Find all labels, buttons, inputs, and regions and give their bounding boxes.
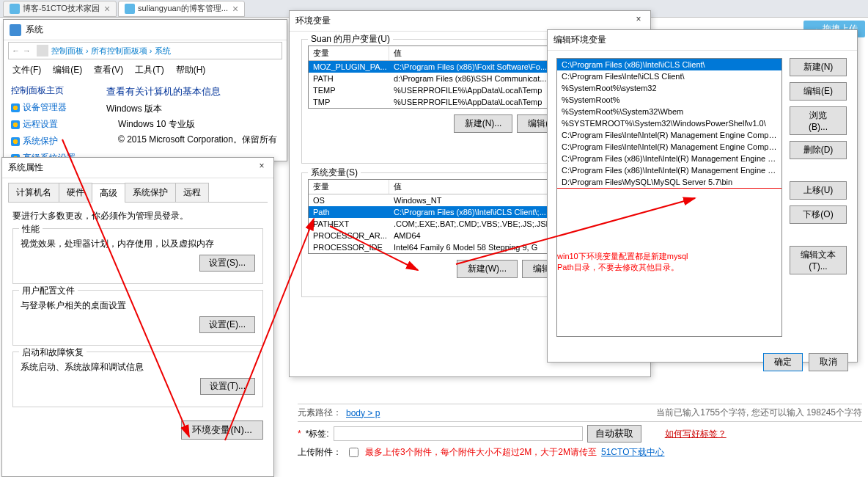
admin-note: 要进行大多数更改，你必须作为管理员登录。	[12, 210, 263, 222]
new-user-var-button[interactable]: 新建(N)...	[454, 114, 513, 133]
page-heading: 查看有关计算机的基本信息	[106, 85, 279, 98]
list-item[interactable]: %SYSTEMROOT%\System32\WindowsPowerShell\…	[557, 117, 781, 129]
menu-edit[interactable]: 编辑(E)	[48, 62, 87, 78]
tab-protection[interactable]: 系统保护	[125, 183, 176, 202]
fwd-icon[interactable]: →	[23, 46, 31, 55]
move-down-button[interactable]: 下移(O)	[790, 205, 847, 224]
startup-desc: 系统启动、系统故障和调试信息	[21, 361, 255, 374]
tab-hardware[interactable]: 硬件	[59, 183, 92, 202]
edit-env-var-dialog: 编辑环境变量 C:\Program Files (x86)\Intel\iCLS…	[547, 29, 858, 363]
menu-view[interactable]: 查看(V)	[89, 62, 128, 78]
breadcrumb[interactable]: 控制面板 › 所有控制面板项 › 系统	[51, 45, 171, 57]
col-var[interactable]: 变量	[309, 180, 389, 194]
dialog-title: 系统属性	[8, 161, 43, 174]
browser-tab-2[interactable]: suliangyuan的博客管理... ×	[118, 1, 245, 17]
browser-tab-1[interactable]: 博客-51CTO技术家园 ×	[3, 1, 117, 17]
el-path-value[interactable]: body > p	[346, 408, 380, 418]
tag-label: *标签:	[306, 428, 329, 440]
new-sys-var-button[interactable]: 新建(W)...	[457, 260, 518, 278]
back-icon[interactable]: ←	[12, 46, 20, 55]
list-item[interactable]: D:\Program Files\MySQL\MySQL Server 5.7\…	[557, 176, 781, 189]
copyright: © 2015 Microsoft Corporation。保留所有	[118, 134, 279, 146]
auto-tag-button[interactable]: 自动获取	[587, 425, 641, 443]
menu-file[interactable]: 文件(F)	[8, 62, 45, 78]
tab-label: 博客-51CTO技术家园	[23, 3, 100, 14]
tab-label: suliangyuan的博客管理...	[138, 3, 228, 14]
menu-tools[interactable]: 工具(T)	[130, 62, 168, 78]
startup-title: 启动和故障恢复	[19, 346, 87, 359]
computer-icon	[37, 45, 48, 57]
dialog-title: 编辑环境变量	[553, 34, 606, 46]
site-icon	[125, 4, 135, 14]
system-properties-dialog: 系统属性 × 计算机名 硬件 高级 系统保护 远程 要进行大多数更改，你必须作为…	[1, 157, 274, 477]
list-item[interactable]: C:\Program Files (x86)\Intel\Intel(R) Ma…	[557, 153, 781, 164]
site-icon	[10, 4, 20, 14]
userprof-title: 用户配置文件	[19, 285, 78, 297]
download-center-link[interactable]: 51CTO下载中心	[601, 446, 664, 459]
attach-note: 最多上传3个附件，每个附件大小不超过2M，大于2M请传至	[365, 446, 597, 459]
winver-label: Windows 版本	[106, 103, 279, 115]
char-count: 当前已输入1755个字符, 您还可以输入 198245个字符	[656, 407, 862, 419]
tab-computer-name[interactable]: 计算机名	[8, 183, 59, 202]
edit-text-button[interactable]: 编辑文本(T)...	[790, 246, 847, 274]
window-title: 系统	[26, 23, 43, 36]
edit-button[interactable]: 编辑(E)	[790, 82, 847, 101]
el-path-label: 元素路径：	[298, 407, 342, 419]
perf-title: 性能	[19, 223, 43, 236]
dialog-title: 环境变量	[295, 15, 331, 27]
perf-desc: 视觉效果，处理器计划，内存使用，以及虚拟内存	[21, 238, 255, 250]
list-item[interactable]: C:\Program Files (x86)\Intel\Intel(R) Ma…	[557, 164, 781, 176]
list-item[interactable]: C:\Program Files\Intel\iCLS Client\	[557, 70, 781, 82]
shield-icon	[11, 120, 20, 129]
sidebar-protection[interactable]: 系统保护	[11, 133, 92, 150]
attach-checkbox[interactable]	[349, 448, 358, 457]
list-item[interactable]: %SystemRoot%\System32\Wbem	[557, 106, 781, 117]
path-list[interactable]: C:\Program Files (x86)\Intel\iCLS Client…	[556, 58, 782, 337]
userprof-settings-button[interactable]: 设置(E)...	[199, 316, 255, 333]
tag-input[interactable]	[334, 426, 583, 441]
userprof-desc: 与登录帐户相关的桌面设置	[21, 299, 255, 312]
menu-help[interactable]: 帮助(H)	[172, 62, 210, 78]
sys-vars-label: 系统变量(S)	[308, 167, 361, 179]
close-icon[interactable]: ×	[232, 3, 238, 15]
close-icon[interactable]: ×	[627, 11, 650, 27]
system-icon	[10, 24, 21, 36]
annotation-note: win10下环境变量配置都是新建mysql Path目录，不要去修改其他目录。	[557, 251, 688, 274]
list-item[interactable]: C:\Program Files\Intel\Intel(R) Manageme…	[557, 129, 781, 141]
ok-button[interactable]: 确定	[763, 353, 803, 371]
perf-settings-button[interactable]: 设置(S)...	[199, 255, 255, 272]
shield-icon	[11, 103, 20, 112]
list-item[interactable]: %SystemRoot%\system32	[557, 82, 781, 94]
tab-advanced[interactable]: 高级	[92, 183, 125, 203]
user-vars-label: Suan 的用户变量(U)	[308, 33, 393, 45]
close-icon[interactable]: ×	[104, 3, 110, 15]
move-up-button[interactable]: 上移(U)	[790, 181, 847, 200]
how-to-tag-link[interactable]: 如何写好标签？	[665, 428, 727, 440]
winver-value: Windows 10 专业版	[118, 118, 279, 131]
col-var[interactable]: 变量	[309, 46, 389, 60]
startup-settings-button[interactable]: 设置(T)...	[200, 378, 255, 395]
tab-remote[interactable]: 远程	[175, 183, 209, 202]
delete-button[interactable]: 删除(D)	[790, 141, 847, 159]
new-button[interactable]: 新建(N)	[790, 58, 847, 76]
browse-button[interactable]: 浏览(B)...	[790, 106, 847, 135]
env-vars-button[interactable]: 环境变量(N)...	[181, 420, 263, 440]
list-item[interactable]: C:\Program Files (x86)\Intel\iCLS Client…	[557, 59, 781, 70]
sidebar-device-mgr[interactable]: 设备管理器	[11, 99, 92, 116]
editor-footer: 元素路径： body > p 当前已输入1755个字符, 您还可以输入 1982…	[292, 398, 868, 477]
shield-icon	[11, 137, 20, 146]
system-window: 系统 ← → 控制面板 › 所有控制面板项 › 系统 文件(F) 编辑(E) 查…	[3, 19, 287, 161]
list-item[interactable]: C:\Program Files\Intel\Intel(R) Manageme…	[557, 141, 781, 153]
sidebar-remote[interactable]: 远程设置	[11, 116, 92, 133]
close-icon[interactable]: ×	[250, 158, 273, 174]
list-item[interactable]: %SystemRoot%	[557, 94, 781, 106]
cancel-button[interactable]: 取消	[809, 353, 848, 371]
address-bar[interactable]: ← → 控制面板 › 所有控制面板项 › 系统	[8, 42, 282, 59]
attach-label: 上传附件：	[298, 446, 342, 459]
sidebar-header[interactable]: 控制面板主页	[11, 82, 92, 99]
